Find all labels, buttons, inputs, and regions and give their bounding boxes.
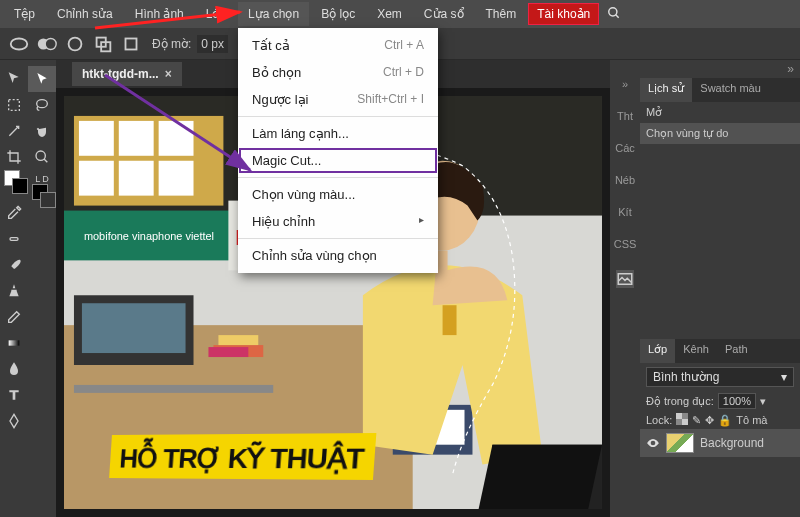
selection-ellipse-icon[interactable] [8, 33, 30, 55]
layer-item[interactable]: Background [640, 429, 800, 457]
pointer-tool-icon[interactable] [28, 66, 56, 92]
visibility-icon[interactable] [646, 436, 660, 450]
color-swatches-secondary[interactable] [28, 184, 56, 214]
lock-all-icon[interactable]: 🔒 [718, 414, 732, 427]
feather-label: Độ mờ: [152, 37, 191, 51]
svg-point-4 [45, 38, 56, 49]
menu-window[interactable]: Cửa sổ [414, 2, 474, 26]
menu-account[interactable]: Tài khoản [528, 3, 599, 25]
layer-name[interactable]: Background [700, 436, 764, 450]
menu-file[interactable]: Tệp [4, 2, 45, 26]
layer-thumbnail [666, 433, 694, 453]
color-swatches[interactable] [0, 170, 28, 200]
opacity-value[interactable]: 100% [718, 393, 756, 409]
svg-line-14 [44, 159, 47, 162]
menu-item-modify[interactable]: Hiệu chỉnh [238, 208, 438, 235]
svg-rect-10 [10, 238, 18, 241]
tab-channels[interactable]: Kênh [675, 339, 717, 363]
tab-layers[interactable]: Lớp [640, 339, 675, 363]
history-panel-tabs: Lịch sử Swatch màu [640, 78, 800, 102]
svg-rect-8 [126, 38, 137, 49]
right-panel: » Lịch sử Swatch màu Mở Chọn vùng tự do … [640, 60, 800, 517]
move-tool-collapsed-icon[interactable] [0, 66, 28, 92]
svg-line-46 [105, 75, 250, 170]
layers-panel-tabs: Lớp Kênh Path [640, 339, 800, 363]
lasso-tool-icon[interactable] [28, 92, 56, 118]
collapse-panels-icon[interactable]: » [640, 60, 800, 78]
eyedropper-tool-icon[interactable] [0, 200, 28, 226]
brush-tool-icon[interactable] [0, 252, 28, 278]
mini-panel-item[interactable]: CSS [614, 238, 637, 250]
wand-tool-icon[interactable] [0, 118, 28, 144]
svg-rect-39 [443, 305, 457, 335]
blur-tool-icon[interactable] [0, 356, 28, 382]
svg-rect-33 [208, 347, 248, 357]
svg-point-0 [609, 7, 617, 15]
svg-rect-9 [9, 100, 20, 111]
mini-panel-item[interactable]: Kít [618, 206, 631, 218]
mini-panel-item[interactable]: Tht [617, 110, 633, 122]
history-item-active[interactable]: Chọn vùng tự do [640, 123, 800, 144]
svg-line-1 [616, 14, 619, 17]
hand-tool-icon[interactable] [28, 118, 56, 144]
svg-point-5 [69, 37, 82, 50]
svg-line-45 [95, 12, 240, 28]
opacity-label: Độ trong đục: [646, 395, 714, 408]
gradient-tool-icon[interactable] [0, 330, 28, 356]
lock-move-icon[interactable]: ✥ [705, 414, 714, 427]
svg-rect-30 [82, 303, 186, 353]
svg-point-12 [37, 100, 48, 108]
menu-item-transform-selection[interactable]: Chỉnh sửa vùng chọn [238, 242, 438, 269]
pen-tool-icon[interactable] [0, 408, 28, 434]
svg-rect-43 [676, 413, 682, 419]
feather-value[interactable]: 0 px [197, 35, 228, 53]
marquee-tool-icon[interactable] [0, 92, 28, 118]
mini-panel-item[interactable]: Các [615, 142, 635, 154]
menu-more[interactable]: Thêm [476, 2, 527, 26]
tab-history[interactable]: Lịch sử [640, 78, 692, 102]
svg-rect-32 [218, 335, 258, 345]
menu-filter[interactable]: Bộ lọc [311, 2, 365, 26]
annotation-arrow-purple [100, 70, 270, 180]
svg-point-13 [36, 151, 45, 160]
menu-item-color-range[interactable]: Chọn vùng màu... [238, 181, 438, 208]
selection-mode-add-icon[interactable] [36, 33, 58, 55]
photo-sign-text: HỖ TRỢ KỸ THUẬT [109, 433, 376, 480]
eraser-tool-icon[interactable] [0, 304, 28, 330]
tab-swatches[interactable]: Swatch màu [692, 78, 769, 102]
type-tool-icon[interactable] [0, 382, 28, 408]
chevron-down-icon: ▾ [781, 370, 787, 384]
toolbox-left [0, 60, 28, 517]
crop-tool-icon[interactable] [0, 144, 28, 170]
annotation-arrow-red [90, 6, 260, 36]
menu-item-select-all[interactable]: Tất cảCtrl + A [238, 32, 438, 59]
svg-rect-34 [74, 385, 273, 393]
svg-point-2 [11, 38, 28, 49]
menu-view[interactable]: Xem [367, 2, 412, 26]
background-swatch[interactable] [12, 178, 28, 194]
lock-label: Lock: [646, 414, 672, 426]
svg-rect-44 [682, 419, 688, 425]
lock-transparent-icon[interactable] [676, 413, 688, 427]
bg-swatch-2[interactable] [40, 192, 56, 208]
heal-tool-icon[interactable] [0, 226, 28, 252]
lock-brush-icon[interactable]: ✎ [692, 414, 701, 427]
svg-rect-11 [9, 340, 20, 345]
mini-panel-item[interactable]: Néb [615, 174, 635, 186]
blend-mode-select[interactable]: Bình thường ▾ [646, 367, 794, 387]
blend-mode-value: Bình thường [653, 370, 719, 384]
selection-mode-sub-icon[interactable] [64, 33, 86, 55]
chevron-down-icon[interactable]: ▾ [760, 395, 766, 408]
image-icon[interactable] [616, 270, 634, 288]
fill-label: Tô mà [736, 414, 767, 426]
svg-text:mobifone vinaphone viettel: mobifone vinaphone viettel [84, 230, 214, 242]
tab-paths[interactable]: Path [717, 339, 756, 363]
search-icon[interactable] [601, 6, 627, 23]
history-item[interactable]: Mở [646, 106, 794, 119]
clone-tool-icon[interactable] [0, 278, 28, 304]
zoom-tool-icon[interactable] [28, 144, 56, 170]
history-list: Mở [640, 102, 800, 123]
expand-panels-icon[interactable]: » [622, 78, 628, 90]
toolbox-ld-label: L D [28, 174, 56, 184]
menu-separator [238, 238, 438, 239]
